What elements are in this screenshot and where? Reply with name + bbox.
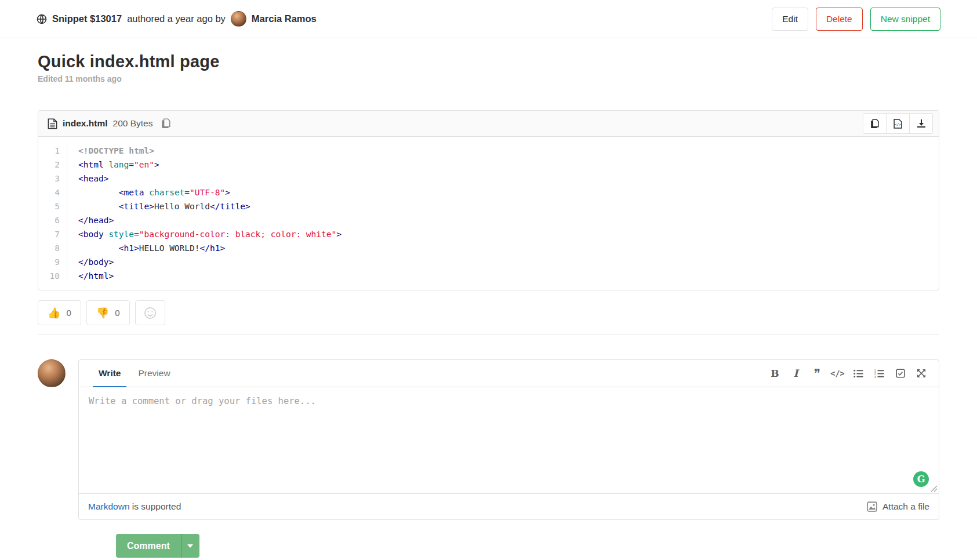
line-number[interactable]: 5	[38, 199, 67, 213]
bullet-list-button[interactable]	[849, 360, 868, 387]
markdown-link[interactable]: Markdown	[88, 501, 130, 511]
file-document-icon	[48, 118, 57, 129]
download-button[interactable]	[909, 113, 933, 134]
code-content: </body>	[67, 255, 114, 269]
code-line: 8 <h1>HELLO WORLD!</h1>	[38, 241, 939, 255]
svg-text:1: 1	[874, 369, 876, 372]
tab-write[interactable]: Write	[93, 360, 126, 387]
edited-timestamp: Edited 11 months ago	[38, 74, 939, 83]
code-line: 10</html>	[38, 269, 939, 283]
grammarly-badge[interactable]: G	[913, 471, 929, 487]
code-line: 6</head>	[38, 213, 939, 227]
snippet-actions: Edit Delete New snippet	[772, 8, 940, 31]
comment-button[interactable]: Comment	[116, 534, 181, 558]
thumbs-up-button[interactable]: 👍 0	[38, 300, 81, 325]
smiley-icon	[144, 307, 157, 319]
quote-button[interactable]: ❞	[807, 360, 826, 387]
comment-input[interactable]	[79, 387, 939, 493]
markdown-toolbar: B I ❞ </>	[765, 360, 931, 387]
attach-file-label: Attach a file	[882, 501, 929, 512]
author-avatar[interactable]	[231, 11, 246, 27]
code-content: <meta charset="UTF-8">	[67, 186, 230, 199]
code-button[interactable]: </>	[828, 360, 847, 387]
copy-contents-button[interactable]	[863, 113, 887, 134]
line-number[interactable]: 2	[38, 158, 67, 172]
task-list-button[interactable]	[891, 360, 910, 387]
thumbs-down-button[interactable]: 👎 0	[86, 300, 130, 325]
thumbs-up-icon: 👍	[48, 307, 60, 319]
submit-row: Comment	[116, 534, 939, 558]
line-number[interactable]: 8	[38, 241, 67, 255]
markdown-suffix: is supported	[130, 501, 181, 511]
code-content: <!DOCTYPE html>	[67, 144, 154, 158]
line-number[interactable]: 1	[38, 144, 67, 158]
code-content: <html lang="en">	[67, 158, 159, 172]
author-name[interactable]: Marcia Ramos	[252, 13, 317, 24]
chevron-down-icon	[187, 544, 193, 548]
fullscreen-button[interactable]	[911, 360, 931, 387]
code-line: 5 <title>Hello World</title>	[38, 199, 939, 213]
attach-image-icon	[867, 501, 877, 512]
svg-text:3: 3	[874, 375, 876, 377]
thumbs-down-count: 0	[115, 308, 119, 318]
globe-icon	[37, 14, 47, 24]
current-user-avatar	[38, 359, 66, 387]
main-content: Quick index.html page Edited 11 months a…	[0, 52, 977, 558]
edit-button[interactable]: Edit	[772, 8, 808, 31]
markdown-editor-header: Write Preview B I ❞ </>	[79, 360, 939, 387]
code-content: <h1>HELLO WORLD!</h1>	[67, 241, 225, 255]
new-comment-section: Write Preview B I ❞ </>	[38, 359, 939, 520]
file-card: index.html 200 Bytes	[38, 110, 939, 290]
snippet-id: Snippet $13017	[52, 13, 122, 24]
code-content: </html>	[67, 269, 114, 283]
line-number[interactable]: 3	[38, 172, 67, 186]
line-number[interactable]: 6	[38, 213, 67, 227]
code-content: <title>Hello World</title>	[67, 199, 250, 213]
snippet-meta: Snippet $13017 authored a year ago by Ma…	[37, 11, 317, 27]
file-name: index.html	[63, 118, 108, 129]
copy-icon	[161, 118, 170, 129]
download-icon	[917, 119, 926, 128]
open-raw-button[interactable]: </>	[886, 113, 910, 134]
new-snippet-button[interactable]: New snippet	[870, 8, 940, 31]
tab-preview[interactable]: Preview	[132, 360, 176, 387]
editor-tabs: Write Preview	[93, 360, 176, 387]
resize-handle[interactable]	[931, 485, 938, 492]
attach-file-button[interactable]: Attach a file	[867, 501, 929, 512]
comment-form: Write Preview B I ❞ </>	[78, 359, 939, 520]
italic-button[interactable]: I	[786, 360, 805, 387]
code-icon: </>	[830, 369, 844, 378]
numbered-list-button[interactable]: 1 2 3	[870, 360, 889, 387]
numbered-list-icon: 1 2 3	[874, 369, 884, 378]
italic-icon: I	[794, 368, 798, 379]
editor-body: G	[79, 387, 939, 493]
code-content: <body style="background-color: black; co…	[67, 227, 342, 241]
line-number[interactable]: 4	[38, 186, 67, 199]
add-reaction-button[interactable]	[135, 300, 165, 325]
bold-button[interactable]: B	[765, 360, 784, 387]
bold-icon: B	[771, 368, 779, 379]
code-viewer: 1<!DOCTYPE html>2<html lang="en">3<head>…	[38, 137, 939, 290]
thumbs-up-count: 0	[66, 308, 71, 318]
delete-button[interactable]: Delete	[816, 8, 863, 31]
comment-split-button: Comment	[116, 534, 199, 558]
quote-icon: ❞	[814, 370, 819, 376]
code-line: 7<body style="background-color: black; c…	[38, 227, 939, 241]
award-emoji-block: 👍 0 👎 0	[38, 300, 939, 334]
file-header: index.html 200 Bytes	[38, 111, 939, 137]
editor-footer: Markdown is supported Attach a file	[79, 493, 939, 519]
authored-text: authored a year ago by	[127, 13, 226, 24]
code-line: 1<!DOCTYPE html>	[38, 144, 939, 158]
line-number[interactable]: 9	[38, 255, 67, 269]
copy-file-path-button[interactable]	[158, 118, 174, 129]
raw-file-icon: </>	[894, 119, 902, 129]
code-content: </head>	[67, 213, 114, 227]
line-number[interactable]: 7	[38, 227, 67, 241]
fullscreen-icon	[917, 369, 926, 378]
svg-text:2: 2	[874, 372, 876, 375]
line-number[interactable]: 10	[38, 269, 67, 283]
page-title: Quick index.html page	[38, 52, 939, 71]
topbar: Snippet $13017 authored a year ago by Ma…	[0, 0, 977, 38]
comment-options-dropdown[interactable]	[181, 534, 199, 558]
code-content: <head>	[67, 172, 108, 186]
